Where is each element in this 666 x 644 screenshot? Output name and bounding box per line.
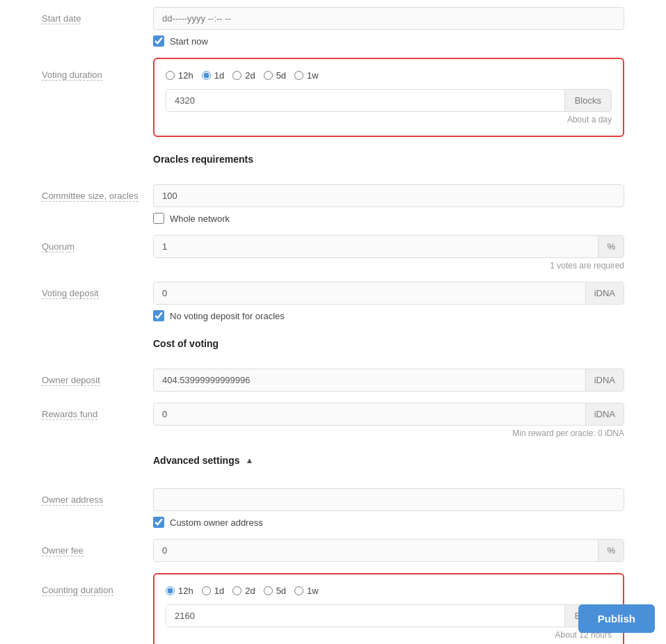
owner-fee-row: Owner fee %: [42, 539, 624, 562]
counting-1d-option[interactable]: 1d: [202, 586, 224, 596]
committee-size-input[interactable]: [153, 184, 624, 207]
no-voting-deposit-checkbox-row[interactable]: No voting deposit for oracles: [153, 310, 624, 321]
advanced-settings-title: Advanced settings: [153, 455, 239, 466]
owner-address-label: Owner address: [42, 494, 103, 506]
start-date-label: Start date: [42, 13, 81, 24]
owner-deposit-suffix: iDNA: [585, 369, 624, 391]
start-date-row: Start date Start now: [42, 7, 624, 47]
voting-duration-label: Voting duration: [42, 70, 102, 81]
voting-5d-option[interactable]: 5d: [264, 70, 286, 81]
quorum-label: Quorum: [42, 241, 74, 252]
custom-owner-checkbox[interactable]: [153, 517, 164, 528]
rewards-fund-suffix: iDNA: [585, 403, 624, 425]
rewards-fund-hint: Min reward per oracle: 0 iDNA: [153, 428, 624, 438]
quorum-input-row: %: [153, 235, 624, 258]
voting-12h-option[interactable]: 12h: [166, 70, 193, 81]
voting-blocks-input[interactable]: [166, 90, 564, 111]
owner-deposit-input-row: iDNA: [153, 369, 624, 392]
voting-deposit-label: Voting deposit: [42, 288, 99, 299]
counting-1w-option[interactable]: 1w: [294, 586, 319, 596]
owner-deposit-input[interactable]: [154, 369, 585, 391]
start-now-label: Start now: [170, 36, 208, 47]
cost-of-voting-title: Cost of voting: [153, 338, 624, 349]
rewards-fund-input-row: iDNA: [153, 403, 624, 426]
rewards-fund-label: Rewards fund: [42, 409, 97, 420]
voting-deposit-suffix: iDNA: [585, 282, 624, 304]
quorum-suffix: %: [598, 236, 624, 257]
voting-1d-option[interactable]: 1d: [202, 70, 224, 81]
counting-duration-label: Counting duration: [42, 585, 113, 596]
advanced-settings-header[interactable]: Advanced settings ▲: [153, 455, 624, 466]
custom-owner-label: Custom owner address: [170, 517, 263, 528]
counting-blocks-input[interactable]: [166, 605, 564, 627]
voting-duration-radio-group: 12h 1d 2d 5d: [166, 70, 612, 81]
oracles-section-title: Oracles requirements: [153, 154, 624, 165]
publish-button-container: Publish: [578, 604, 655, 633]
rewards-fund-row: Rewards fund iDNA Min reward per oracle:…: [42, 403, 624, 438]
voting-deposit-input-row: iDNA: [153, 282, 624, 305]
voting-duration-hint: About a day: [166, 115, 612, 124]
quorum-input[interactable]: [154, 236, 598, 257]
voting-blocks-input-row: Blocks: [166, 89, 612, 112]
no-voting-deposit-checkbox[interactable]: [153, 310, 164, 321]
start-date-input[interactable]: [153, 7, 624, 30]
publish-button[interactable]: Publish: [578, 604, 655, 633]
owner-fee-input-row: %: [153, 539, 624, 562]
custom-owner-checkbox-row[interactable]: Custom owner address: [153, 517, 624, 528]
counting-duration-row: Counting duration 12h 1d 2d: [42, 573, 624, 644]
cost-of-voting-section: Cost of voting: [42, 332, 624, 357]
owner-address-input[interactable]: [153, 488, 624, 511]
no-voting-deposit-label: No voting deposit for oracles: [170, 311, 285, 321]
whole-network-checkbox-row[interactable]: Whole network: [153, 213, 624, 224]
whole-network-label: Whole network: [170, 214, 230, 224]
owner-fee-suffix: %: [598, 540, 624, 561]
counting-duration-radio-group: 12h 1d 2d 5d: [166, 586, 612, 596]
owner-address-row: Owner address Custom owner address: [42, 488, 624, 528]
counting-12h-option[interactable]: 12h: [166, 586, 193, 596]
voting-blocks-suffix: Blocks: [564, 90, 611, 111]
counting-2d-option[interactable]: 2d: [232, 586, 255, 596]
voting-1w-option[interactable]: 1w: [294, 70, 319, 81]
voting-deposit-row: Voting deposit iDNA No voting deposit fo…: [42, 282, 624, 321]
advanced-settings-chevron: ▲: [245, 456, 253, 465]
voting-duration-box: 12h 1d 2d 5d: [153, 58, 624, 137]
quorum-hint: 1 votes are required: [153, 261, 624, 271]
voting-2d-option[interactable]: 2d: [232, 70, 255, 81]
counting-duration-box: 12h 1d 2d 5d: [153, 573, 624, 644]
counting-5d-option[interactable]: 5d: [264, 586, 286, 596]
start-now-checkbox[interactable]: [153, 35, 164, 47]
voting-deposit-input[interactable]: [154, 282, 585, 304]
counting-blocks-input-row: Blocks: [166, 604, 612, 627]
owner-deposit-row: Owner deposit iDNA: [42, 369, 624, 392]
whole-network-checkbox[interactable]: [153, 213, 164, 224]
owner-deposit-label: Owner deposit: [42, 375, 100, 386]
committee-size-row: Committee size, oracles Whole network: [42, 184, 624, 224]
oracles-section: Oracles requirements: [42, 148, 624, 173]
quorum-row: Quorum % 1 votes are required: [42, 235, 624, 271]
owner-fee-input[interactable]: [154, 540, 598, 561]
owner-fee-label: Owner fee: [42, 545, 84, 556]
voting-duration-row: Voting duration 12h 1d 2d: [42, 58, 624, 137]
counting-duration-hint: About 12 hours: [166, 630, 612, 640]
rewards-fund-input[interactable]: [154, 403, 585, 425]
committee-size-label: Committee size, oracles: [42, 191, 138, 202]
advanced-settings-section: Advanced settings ▲: [42, 449, 624, 477]
